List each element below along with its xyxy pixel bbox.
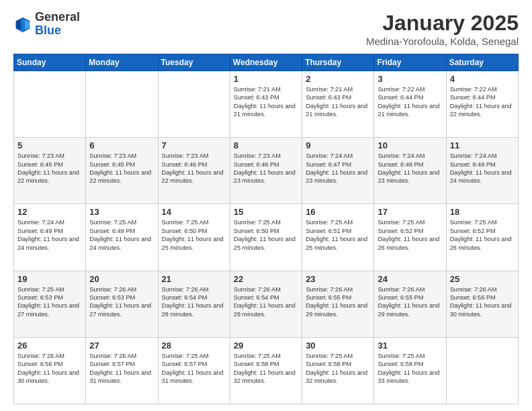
day-number: 8 [234,140,298,150]
day-number: 25 [450,274,515,284]
day-number: 26 [17,340,82,351]
calendar-cell [158,71,230,138]
header: General Blue January 2025 Medina-Yorofou… [13,11,519,47]
calendar-cell [446,337,518,404]
day-header-thursday: Thursday [302,54,374,71]
cell-info: Sunrise: 7:26 AM Sunset: 6:56 PM Dayligh… [450,285,515,319]
day-number: 27 [89,340,154,351]
day-header-saturday: Saturday [446,54,518,71]
day-number: 2 [306,74,370,84]
day-number: 23 [306,274,370,284]
title-month: January 2025 [366,11,519,36]
cell-info: Sunrise: 7:26 AM Sunset: 6:54 PM Dayligh… [234,285,298,319]
calendar-week-5: 26Sunrise: 7:26 AM Sunset: 6:56 PM Dayli… [14,337,519,404]
day-header-sunday: Sunday [14,54,86,71]
cell-info: Sunrise: 7:25 AM Sunset: 6:52 PM Dayligh… [378,218,442,252]
day-number: 3 [378,74,442,84]
calendar-header-row: SundayMondayTuesdayWednesdayThursdayFrid… [14,54,519,71]
cell-info: Sunrise: 7:25 AM Sunset: 6:58 PM Dayligh… [378,352,442,385]
cell-info: Sunrise: 7:21 AM Sunset: 6:43 PM Dayligh… [234,85,298,119]
logo: General Blue [13,11,80,38]
cell-info: Sunrise: 7:23 AM Sunset: 6:46 PM Dayligh… [162,152,226,185]
logo-text: General Blue [35,11,80,38]
cell-info: Sunrise: 7:25 AM Sunset: 6:58 PM Dayligh… [234,352,298,385]
calendar-week-4: 19Sunrise: 7:25 AM Sunset: 6:53 PM Dayli… [14,271,519,337]
day-number: 21 [162,274,226,284]
calendar-cell: 18Sunrise: 7:25 AM Sunset: 6:52 PM Dayli… [446,204,518,271]
day-number: 10 [378,140,442,150]
title-location: Medina-Yorofoula, Kolda, Senegal [366,36,519,47]
cell-info: Sunrise: 7:24 AM Sunset: 6:48 PM Dayligh… [378,152,442,185]
cell-info: Sunrise: 7:25 AM Sunset: 6:53 PM Dayligh… [17,285,82,319]
day-number: 7 [162,140,226,150]
cell-info: Sunrise: 7:25 AM Sunset: 6:58 PM Dayligh… [306,352,370,385]
logo-blue: Blue [35,24,80,38]
day-number: 22 [234,274,298,284]
calendar-cell: 22Sunrise: 7:26 AM Sunset: 6:54 PM Dayli… [230,271,302,337]
cell-info: Sunrise: 7:24 AM Sunset: 6:47 PM Dayligh… [306,152,370,185]
calendar-page: General Blue January 2025 Medina-Yorofou… [0,0,532,411]
day-number: 12 [17,207,82,217]
calendar-cell: 31Sunrise: 7:25 AM Sunset: 6:58 PM Dayli… [374,337,446,404]
logo-general: General [35,11,80,24]
calendar-cell: 17Sunrise: 7:25 AM Sunset: 6:52 PM Dayli… [374,204,446,271]
svg-marker-3 [16,19,21,30]
calendar-cell: 1Sunrise: 7:21 AM Sunset: 6:43 PM Daylig… [230,71,302,138]
calendar-cell: 15Sunrise: 7:25 AM Sunset: 6:50 PM Dayli… [230,204,302,271]
day-number: 31 [378,340,442,351]
calendar-cell: 27Sunrise: 7:26 AM Sunset: 6:57 PM Dayli… [86,337,158,404]
day-number: 1 [234,74,298,84]
day-number: 11 [450,140,515,150]
calendar-cell [86,71,158,138]
day-number: 20 [89,274,154,284]
calendar-cell: 11Sunrise: 7:24 AM Sunset: 6:48 PM Dayli… [446,138,518,204]
day-number: 5 [17,140,82,150]
day-number: 18 [450,207,515,217]
cell-info: Sunrise: 7:23 AM Sunset: 6:45 PM Dayligh… [89,152,154,185]
calendar-cell: 9Sunrise: 7:24 AM Sunset: 6:47 PM Daylig… [302,138,374,204]
day-header-wednesday: Wednesday [230,54,302,71]
cell-info: Sunrise: 7:26 AM Sunset: 6:53 PM Dayligh… [89,285,154,319]
cell-info: Sunrise: 7:26 AM Sunset: 6:57 PM Dayligh… [89,352,154,385]
calendar-cell: 21Sunrise: 7:26 AM Sunset: 6:54 PM Dayli… [158,271,230,337]
calendar-cell: 6Sunrise: 7:23 AM Sunset: 6:45 PM Daylig… [86,138,158,204]
calendar-cell: 14Sunrise: 7:25 AM Sunset: 6:50 PM Dayli… [158,204,230,271]
cell-info: Sunrise: 7:25 AM Sunset: 6:52 PM Dayligh… [450,218,515,252]
day-number: 13 [89,207,154,217]
cell-info: Sunrise: 7:23 AM Sunset: 6:45 PM Dayligh… [17,152,82,185]
calendar-cell: 19Sunrise: 7:25 AM Sunset: 6:53 PM Dayli… [14,271,86,337]
calendar-week-3: 12Sunrise: 7:24 AM Sunset: 6:49 PM Dayli… [14,204,519,271]
title-block: January 2025 Medina-Yorofoula, Kolda, Se… [366,11,519,47]
logo-icon [13,15,32,34]
cell-info: Sunrise: 7:25 AM Sunset: 6:50 PM Dayligh… [234,218,298,252]
day-number: 30 [306,340,370,351]
calendar-cell [14,71,86,138]
day-number: 15 [234,207,298,217]
cell-info: Sunrise: 7:26 AM Sunset: 6:55 PM Dayligh… [306,285,370,319]
calendar-cell: 24Sunrise: 7:26 AM Sunset: 6:55 PM Dayli… [374,271,446,337]
day-number: 28 [162,340,226,351]
calendar-cell: 10Sunrise: 7:24 AM Sunset: 6:48 PM Dayli… [374,138,446,204]
calendar-cell: 3Sunrise: 7:22 AM Sunset: 6:44 PM Daylig… [374,71,446,138]
day-number: 24 [378,274,442,284]
calendar-cell: 30Sunrise: 7:25 AM Sunset: 6:58 PM Dayli… [302,337,374,404]
calendar-cell: 7Sunrise: 7:23 AM Sunset: 6:46 PM Daylig… [158,138,230,204]
svg-marker-2 [21,17,25,32]
cell-info: Sunrise: 7:24 AM Sunset: 6:49 PM Dayligh… [17,218,82,252]
calendar-cell: 16Sunrise: 7:25 AM Sunset: 6:51 PM Dayli… [302,204,374,271]
cell-info: Sunrise: 7:26 AM Sunset: 6:55 PM Dayligh… [378,285,442,319]
day-header-tuesday: Tuesday [158,54,230,71]
cell-info: Sunrise: 7:25 AM Sunset: 6:57 PM Dayligh… [162,352,226,385]
cell-info: Sunrise: 7:25 AM Sunset: 6:49 PM Dayligh… [89,218,154,252]
cell-info: Sunrise: 7:24 AM Sunset: 6:48 PM Dayligh… [450,152,515,185]
day-number: 19 [17,274,82,284]
calendar-cell: 5Sunrise: 7:23 AM Sunset: 6:45 PM Daylig… [14,138,86,204]
day-number: 16 [306,207,370,217]
day-number: 14 [162,207,226,217]
calendar-cell: 23Sunrise: 7:26 AM Sunset: 6:55 PM Dayli… [302,271,374,337]
day-number: 6 [89,140,154,150]
day-header-friday: Friday [374,54,446,71]
day-number: 17 [378,207,442,217]
calendar-week-1: 1Sunrise: 7:21 AM Sunset: 6:43 PM Daylig… [14,71,519,138]
calendar-cell: 13Sunrise: 7:25 AM Sunset: 6:49 PM Dayli… [86,204,158,271]
